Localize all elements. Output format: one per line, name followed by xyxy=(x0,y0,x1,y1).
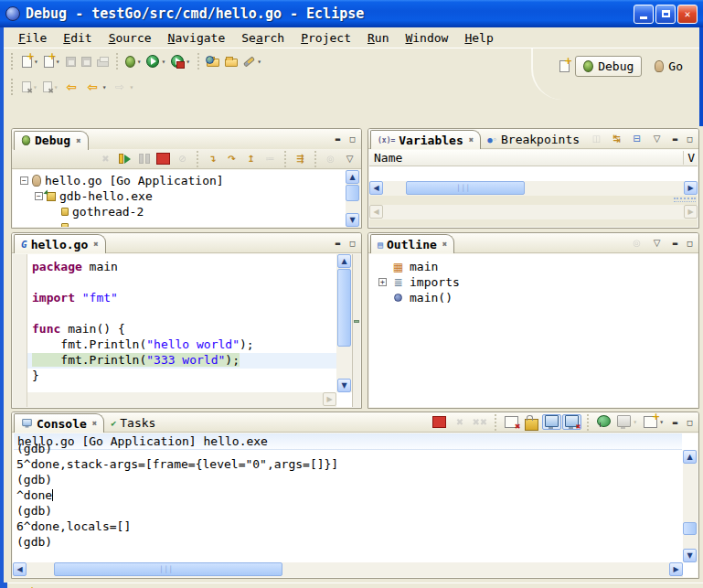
code-line-5[interactable]: fmt.Println("hello world"); xyxy=(13,337,336,353)
debug-tree-item-2[interactable]: gothread-2 xyxy=(13,204,360,219)
new-wizard-button[interactable]: ▾ xyxy=(19,53,41,70)
minimize-view-button[interactable]: ▬ xyxy=(668,237,682,250)
editor-gutter[interactable] xyxy=(13,254,27,407)
resume-button[interactable] xyxy=(115,150,134,167)
maximize-view-button[interactable]: □ xyxy=(346,237,359,250)
open-console-button[interactable]: ▾ xyxy=(641,413,666,431)
code-line-2[interactable]: import "fmt" xyxy=(13,291,336,306)
menu-window[interactable]: Window xyxy=(398,29,455,47)
scroll-down-icon[interactable]: ▼ xyxy=(683,549,697,562)
overview-current-line-marker[interactable] xyxy=(354,320,359,323)
scroll-up-icon[interactable]: ▲ xyxy=(337,254,351,268)
terminate-button[interactable] xyxy=(430,413,449,431)
console-line-4[interactable]: (gdb) xyxy=(16,504,682,519)
menu-search[interactable]: Search xyxy=(234,29,292,47)
view-menu-button[interactable]: ▽ xyxy=(647,130,666,147)
editor-content[interactable]: package mainimport "fmt"func main() { fm… xyxy=(13,254,360,407)
tab-hello-go[interactable]: G hello.go ✖ xyxy=(14,234,106,253)
scroll-up-icon[interactable]: ▲ xyxy=(683,450,697,464)
debug-tree-item-3[interactable] xyxy=(13,219,360,227)
scroll-thumb[interactable] xyxy=(683,522,697,535)
dropdown-arrow-icon[interactable]: ▾ xyxy=(33,83,37,91)
show-stderr-button[interactable] xyxy=(562,414,581,430)
dropdown-arrow-icon[interactable]: ▾ xyxy=(102,83,107,91)
menu-project[interactable]: Project xyxy=(293,29,358,47)
scroll-lock-button[interactable] xyxy=(522,412,541,433)
menu-file[interactable]: File xyxy=(11,29,54,47)
code-line-3[interactable] xyxy=(13,306,336,322)
collapse-all-button[interactable]: ⊟ xyxy=(627,130,646,147)
scroll-thumb[interactable] xyxy=(337,269,351,347)
pin-console-button[interactable] xyxy=(594,415,613,430)
open-resource-button[interactable] xyxy=(204,53,222,69)
editor-hscrollbar[interactable]: ◀ ▶ xyxy=(13,392,336,407)
maximize-view-button[interactable]: □ xyxy=(346,133,359,145)
console-line-2[interactable]: (gdb) xyxy=(16,473,682,488)
tree-expander-icon[interactable]: + xyxy=(378,278,387,286)
maximize-view-button[interactable]: □ xyxy=(683,237,697,250)
step-over-button[interactable]: ↷ xyxy=(222,150,241,167)
console-line-5[interactable]: 6^done,locals=[] xyxy=(16,519,682,535)
menu-navigate[interactable]: Navigate xyxy=(161,29,233,47)
code-line-0[interactable]: package main xyxy=(13,260,336,275)
column-value[interactable]: V xyxy=(683,151,698,165)
close-button[interactable]: ✕ xyxy=(677,5,698,24)
console-hscrollbar[interactable]: ◀ ▏▏▏ ▶ xyxy=(13,562,683,577)
external-tools-button[interactable]: ▾ xyxy=(168,52,193,70)
outline-item-0[interactable]: ▦main xyxy=(369,259,698,274)
tab-breakpoints[interactable]: ●◦ Breakpoints xyxy=(481,130,586,149)
debug-tree-item-1[interactable]: −gdb-hello.exe xyxy=(13,188,360,204)
menu-help[interactable]: Help xyxy=(457,29,500,47)
open-perspective-icon[interactable] xyxy=(559,60,570,72)
new-other-button[interactable]: ▾ xyxy=(41,53,63,70)
console-vscrollbar[interactable]: ▲ ▼ xyxy=(683,450,698,562)
minimize-view-button[interactable]: ▬ xyxy=(668,133,682,145)
code-line-7[interactable]: } xyxy=(13,369,336,384)
outline-item-2[interactable]: main() xyxy=(369,290,698,305)
scroll-up-icon[interactable]: ▲ xyxy=(346,170,359,184)
minimize-view-button[interactable]: ▬ xyxy=(668,416,682,429)
tree-expander-icon[interactable]: − xyxy=(20,176,28,185)
scroll-left-icon[interactable]: ◀ xyxy=(369,181,383,195)
scroll-thumb[interactable]: ▏▏▏ xyxy=(54,562,282,576)
last-edit-location-button[interactable]: ⇦ xyxy=(61,77,82,97)
minimize-view-button[interactable]: ▬ xyxy=(331,133,345,145)
maximize-button[interactable] xyxy=(655,5,676,24)
terminate-button[interactable] xyxy=(154,150,173,167)
variables-table-empty[interactable] xyxy=(369,166,698,181)
menu-run[interactable]: Run xyxy=(360,29,396,47)
detail-pane-sash[interactable] xyxy=(674,198,696,202)
dropdown-arrow-icon[interactable]: ▾ xyxy=(186,58,190,66)
editor-vscrollbar[interactable]: ▲ ▼ xyxy=(336,254,352,392)
console-line-3[interactable]: ^done xyxy=(16,488,682,504)
outline-item-1[interactable]: +≣imports xyxy=(369,274,698,290)
close-tab-icon[interactable]: ✖ xyxy=(442,240,447,249)
minimize-view-button[interactable]: ▬ xyxy=(331,237,345,250)
clear-console-button[interactable] xyxy=(502,413,521,431)
step-into-button[interactable]: ↴ xyxy=(203,150,222,167)
editor-overview-ruler[interactable] xyxy=(352,254,360,407)
debug-tree-item-0[interactable]: −hello.go [Go Application] xyxy=(13,173,360,188)
close-tab-icon[interactable]: ✖ xyxy=(92,419,97,428)
open-element-button[interactable] xyxy=(222,53,240,69)
dropdown-arrow-icon[interactable]: ▾ xyxy=(129,83,133,91)
close-tab-icon[interactable]: ✖ xyxy=(93,240,98,249)
code-line-4[interactable]: func main() { xyxy=(13,322,336,337)
variables-hscrollbar[interactable]: ◀ ▏▏▏ ▶ xyxy=(369,181,698,196)
scroll-down-icon[interactable]: ▼ xyxy=(346,213,359,227)
search-button[interactable]: ▾ xyxy=(240,55,264,69)
tab-console[interactable]: Console ✖ xyxy=(14,413,104,433)
close-tab-icon[interactable]: ✖ xyxy=(76,136,80,145)
show-stdout-button[interactable] xyxy=(542,414,561,430)
minimize-button[interactable] xyxy=(634,5,654,24)
tab-outline[interactable]: ▤ Outline ✖ xyxy=(370,234,454,253)
scroll-thumb[interactable] xyxy=(346,185,359,201)
view-menu-button[interactable]: ▽ xyxy=(647,234,666,251)
debug-launch-button[interactable]: ▾ xyxy=(122,53,144,70)
show-logical-structure-button[interactable]: ↹ xyxy=(607,130,626,147)
step-return-button[interactable]: ↥ xyxy=(241,150,261,167)
column-name[interactable]: Name xyxy=(369,151,402,165)
console-content[interactable]: hello.go [Go Application] hello.exe (gdb… xyxy=(13,433,698,577)
run-launch-button[interactable]: ▾ xyxy=(144,52,168,70)
scroll-down-icon[interactable]: ▼ xyxy=(337,379,351,392)
